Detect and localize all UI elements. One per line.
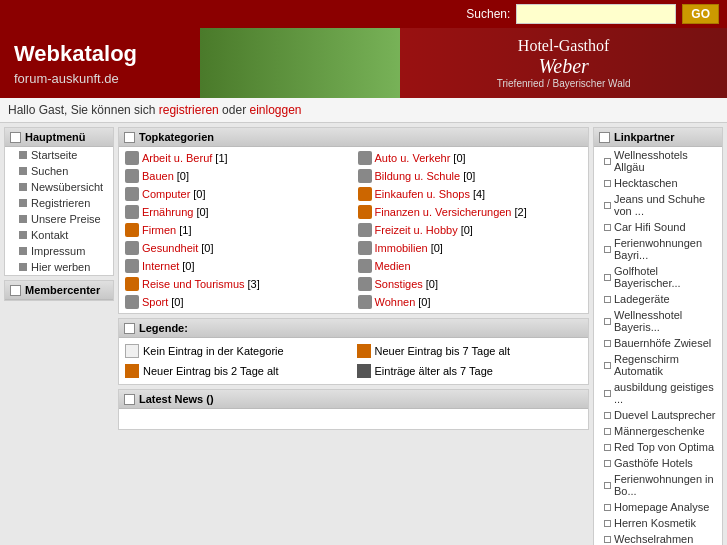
- center-column: Topkategorien Arbeit u. Beruf [1] Bauen …: [118, 127, 589, 434]
- cat-icon: [358, 151, 372, 165]
- linkpartner-link[interactable]: Wellnesshotel Bayeris...: [614, 309, 717, 333]
- suchen-link[interactable]: Suchen: [31, 165, 68, 177]
- cat-item: Immobilien [0]: [354, 239, 587, 257]
- registrieren-link[interactable]: Registrieren: [31, 197, 90, 209]
- latest-news-content: [119, 409, 588, 429]
- linkpartner-link[interactable]: Car Hifi Sound: [614, 221, 686, 233]
- link-bullet: [604, 428, 611, 435]
- cat-link[interactable]: Bauen: [142, 170, 174, 182]
- sidebar-item-impressum: Impressum: [5, 243, 113, 259]
- cat-item: Bildung u. Schule [0]: [354, 167, 587, 185]
- cat-link[interactable]: Einkaufen u. Shops: [375, 188, 470, 200]
- cat-link[interactable]: Immobilien: [375, 242, 428, 254]
- topkategorien-box: Topkategorien Arbeit u. Beruf [1] Bauen …: [118, 127, 589, 314]
- cat-link[interactable]: Bildung u. Schule: [375, 170, 461, 182]
- cat-link[interactable]: Medien: [375, 260, 411, 272]
- linkpartner-link[interactable]: Jeans und Schuhe von ...: [614, 193, 717, 217]
- cat-link[interactable]: Auto u. Verkehr: [375, 152, 451, 164]
- startseite-link[interactable]: Startseite: [31, 149, 77, 161]
- bullet-icon: [19, 167, 27, 175]
- link-item: Männergeschenke: [594, 423, 722, 439]
- linkpartner-title: Linkpartner: [614, 131, 675, 143]
- cat-link[interactable]: Finanzen u. Versicherungen: [375, 206, 512, 218]
- linkpartner-link[interactable]: Golfhotel Bayerischer...: [614, 265, 717, 289]
- latest-news-box: Latest News (): [118, 389, 589, 430]
- linkpartner-link[interactable]: Ferienwohnungen in Bo...: [614, 473, 717, 497]
- link-item: Wechselrahmen: [594, 531, 722, 545]
- impressum-link[interactable]: Impressum: [31, 245, 85, 257]
- cat-link[interactable]: Freizeit u. Hobby: [375, 224, 458, 236]
- hauptmenu-items: Startseite Suchen Newsübersicht Registri…: [5, 147, 113, 275]
- hauptmenu-title: Hauptmenü: [25, 131, 86, 143]
- linkpartner-link[interactable]: Duevel Lautsprecher: [614, 409, 716, 421]
- cat-link[interactable]: Reise und Tourismus: [142, 278, 245, 290]
- preise-link[interactable]: Unsere Preise: [31, 213, 101, 225]
- kontakt-link[interactable]: Kontakt: [31, 229, 68, 241]
- main-content: Hauptmenü Startseite Suchen Newsübersich…: [0, 123, 727, 545]
- linkpartner-header: Linkpartner: [594, 128, 722, 147]
- cat-count: [0]: [193, 188, 205, 200]
- welcome-bar: Hallo Gast, Sie können sich registrieren…: [0, 98, 727, 123]
- topkategorien-checkbox: [124, 132, 135, 143]
- legende-header: Legende:: [119, 319, 588, 338]
- cat-item: Firmen [1]: [121, 221, 354, 239]
- cat-link[interactable]: Computer: [142, 188, 190, 200]
- search-input[interactable]: [516, 4, 676, 24]
- cat-link[interactable]: Ernährung: [142, 206, 193, 218]
- linkpartner-link[interactable]: Herren Kosmetik: [614, 517, 696, 529]
- sidebar-item-startseite: Startseite: [5, 147, 113, 163]
- linkpartner-link[interactable]: Gasthöfe Hotels: [614, 457, 693, 469]
- link-item: Gasthöfe Hotels: [594, 455, 722, 471]
- hier-werben-link[interactable]: Hier werben: [31, 261, 90, 273]
- sidebar-item-registrieren: Registrieren: [5, 195, 113, 211]
- link-item: Wellnesshotel Bayeris...: [594, 307, 722, 335]
- linkpartner-link[interactable]: ausbildung geistiges ...: [614, 381, 717, 405]
- link-item: Homepage Analyse: [594, 499, 722, 515]
- cat-icon: [358, 295, 372, 309]
- bullet-icon: [19, 247, 27, 255]
- link-bullet: [604, 444, 611, 451]
- bullet-icon: [19, 263, 27, 271]
- sidebar-item-kontakt: Kontakt: [5, 227, 113, 243]
- register-link[interactable]: registrieren: [159, 103, 219, 117]
- cat-link[interactable]: Sonstiges: [375, 278, 423, 290]
- cat-count: [0]: [418, 296, 430, 308]
- link-item: Jeans und Schuhe von ...: [594, 191, 722, 219]
- topkategorien-title: Topkategorien: [139, 131, 214, 143]
- cat-link[interactable]: Wohnen: [375, 296, 416, 308]
- cat-count: [3]: [248, 278, 260, 290]
- linkpartner-link[interactable]: Wellnesshotels Allgäu: [614, 149, 717, 173]
- link-bullet: [604, 274, 611, 281]
- newsubersicht-link[interactable]: Newsübersicht: [31, 181, 103, 193]
- bullet-icon: [19, 231, 27, 239]
- linkpartner-link[interactable]: Hecktaschen: [614, 177, 678, 189]
- linkpartner-link[interactable]: Red Top von Optima: [614, 441, 714, 453]
- cat-link[interactable]: Firmen: [142, 224, 176, 236]
- cat-link[interactable]: Sport: [142, 296, 168, 308]
- cat-link[interactable]: Internet: [142, 260, 179, 272]
- latest-news-checkbox: [124, 394, 135, 405]
- linkpartner-link[interactable]: Bauernhöfe Zwiesel: [614, 337, 711, 349]
- linkpartner-link[interactable]: Wechselrahmen: [614, 533, 693, 545]
- linkpartner-link[interactable]: Regenschirm Automatik: [614, 353, 717, 377]
- linkpartner-link[interactable]: Ferienwohnungen Bayri...: [614, 237, 717, 261]
- login-link[interactable]: einloggen: [249, 103, 301, 117]
- linkpartner-link[interactable]: Männergeschenke: [614, 425, 705, 437]
- linkpartner-link[interactable]: Ladegeräte: [614, 293, 670, 305]
- cat-link[interactable]: Arbeit u. Beruf: [142, 152, 212, 164]
- legend-icon-dark: [357, 364, 371, 378]
- cat-item: Gesundheit [0]: [121, 239, 354, 257]
- go-button[interactable]: GO: [682, 4, 719, 24]
- cat-link[interactable]: Gesundheit: [142, 242, 198, 254]
- linkpartner-link[interactable]: Homepage Analyse: [614, 501, 709, 513]
- cat-count: [4]: [473, 188, 485, 200]
- cat-count: [1]: [179, 224, 191, 236]
- cat-count: [0]: [426, 278, 438, 290]
- link-bullet: [604, 482, 611, 489]
- link-bullet: [604, 296, 611, 303]
- latest-news-title: Latest News (): [139, 393, 214, 405]
- welcome-text-before: Hallo Gast, Sie können sich: [8, 103, 159, 117]
- cat-icon: [125, 205, 139, 219]
- cat-count: [0]: [196, 206, 208, 218]
- bullet-icon: [19, 183, 27, 191]
